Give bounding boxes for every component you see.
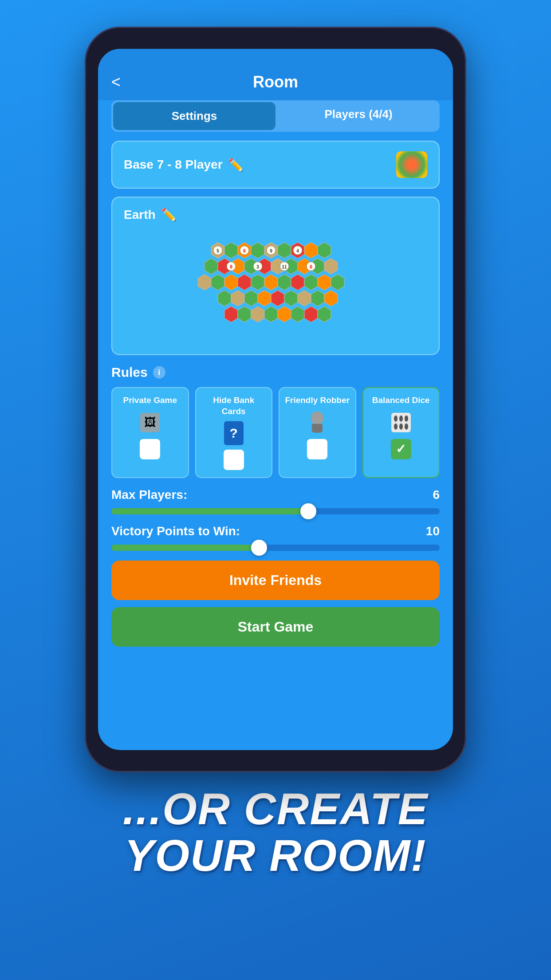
preset-title-text: Base 7 - 8 Player — [124, 158, 223, 172]
svg-marker-42 — [264, 306, 278, 322]
status-bar — [98, 49, 453, 68]
svg-marker-19 — [198, 274, 211, 290]
rule-friendly-robber-checkbox[interactable] — [307, 439, 327, 459]
rule-private-game[interactable]: Private Game 🖼 — [111, 387, 189, 478]
rule-hide-bank[interactable]: Hide Bank Cards ? — [195, 387, 273, 478]
svg-marker-41 — [251, 306, 264, 322]
max-players-value: 6 — [433, 488, 440, 502]
svg-marker-9 — [205, 258, 218, 274]
dice-icon — [391, 413, 411, 432]
victory-points-thumb[interactable] — [251, 540, 267, 556]
phone-frame: < Room Settings Players (4/4) Base 7 - 8… — [85, 27, 466, 772]
rule-balanced-dice-icon-area — [389, 411, 413, 435]
svg-marker-28 — [318, 274, 331, 290]
preset-card[interactable]: Base 7 - 8 Player ✏️ — [111, 141, 440, 189]
tab-bar: Settings Players (4/4) — [111, 100, 440, 132]
svg-marker-35 — [284, 290, 298, 306]
preset-edit-icon[interactable]: ✏️ — [228, 158, 244, 172]
svg-text:3: 3 — [256, 265, 259, 269]
victory-points-track[interactable] — [111, 545, 440, 551]
back-button[interactable]: < — [111, 73, 121, 91]
svg-marker-8 — [318, 242, 331, 258]
svg-marker-18 — [324, 258, 338, 274]
svg-marker-7 — [304, 242, 318, 258]
svg-text:6: 6 — [243, 249, 246, 253]
svg-text:4: 4 — [296, 249, 299, 253]
victory-points-fill — [111, 545, 259, 551]
rule-balanced-dice[interactable]: Balanced Dice ✓ — [362, 387, 440, 478]
max-players-label: Max Players: — [111, 488, 187, 502]
svg-marker-23 — [251, 274, 264, 290]
victory-points-label-row: Victory Points to Win: 10 — [111, 524, 440, 538]
tab-settings[interactable]: Settings — [113, 102, 276, 130]
checkmark-icon: ✓ — [396, 442, 406, 456]
svg-marker-22 — [238, 274, 251, 290]
invite-friends-button[interactable]: Invite Friends — [111, 561, 440, 600]
rule-private-game-icon-area: 🖼 — [138, 411, 162, 435]
svg-text:9: 9 — [270, 249, 272, 253]
svg-marker-1 — [224, 242, 238, 258]
svg-marker-26 — [291, 274, 304, 290]
map-preview: 5 6 9 4 8 3 11 6 — [124, 229, 427, 344]
max-players-fill — [111, 508, 308, 514]
svg-marker-29 — [331, 274, 344, 290]
svg-text:11: 11 — [282, 265, 287, 269]
svg-marker-40 — [238, 306, 251, 322]
question-card-icon: ? — [224, 421, 244, 445]
svg-text:5: 5 — [216, 249, 219, 253]
start-game-button[interactable]: Start Game — [111, 607, 440, 647]
svg-marker-20 — [211, 274, 224, 290]
header: < Room — [98, 68, 453, 100]
rules-info-icon[interactable]: i — [153, 366, 165, 379]
max-players-thumb[interactable] — [300, 503, 316, 519]
tagline-line1: ...or create — [123, 786, 429, 832]
svg-marker-5 — [278, 242, 291, 258]
svg-marker-44 — [291, 306, 304, 322]
rule-balanced-dice-label: Balanced Dice — [372, 395, 430, 406]
rule-balanced-dice-checkbox[interactable]: ✓ — [391, 439, 411, 459]
rules-title: Rules i — [111, 365, 440, 380]
victory-points-section: Victory Points to Win: 10 — [111, 524, 440, 551]
rules-grid: Private Game 🖼 Hide Bank Cards ? — [111, 387, 440, 478]
svg-marker-21 — [224, 274, 238, 290]
tagline-line2: your room! — [123, 832, 429, 879]
victory-points-value: 10 — [426, 524, 440, 538]
phone-notch — [231, 33, 320, 46]
phone-screen: < Room Settings Players (4/4) Base 7 - 8… — [98, 49, 453, 750]
preset-title: Base 7 - 8 Player ✏️ — [124, 158, 244, 172]
svg-marker-36 — [298, 290, 311, 306]
rule-friendly-robber[interactable]: Friendly Robber — [279, 387, 356, 478]
rule-friendly-robber-label: Friendly Robber — [285, 395, 350, 406]
svg-marker-37 — [311, 290, 324, 306]
svg-marker-24 — [264, 274, 278, 290]
max-players-track[interactable] — [111, 508, 440, 514]
rule-hide-bank-checkbox[interactable] — [224, 450, 244, 470]
max-players-section: Max Players: 6 — [111, 488, 440, 514]
svg-marker-30 — [218, 290, 231, 306]
svg-text:6: 6 — [310, 265, 312, 269]
svg-marker-43 — [278, 306, 291, 322]
photo-icon: 🖼 — [140, 413, 160, 432]
map-title-text: Earth — [124, 208, 156, 222]
svg-marker-25 — [278, 274, 291, 290]
tab-players[interactable]: Players (4/4) — [277, 100, 440, 132]
svg-marker-45 — [304, 306, 318, 322]
rule-friendly-robber-icon-area — [305, 411, 329, 435]
map-card: Earth ✏️ — [111, 197, 440, 355]
max-players-label-row: Max Players: 6 — [111, 488, 440, 502]
map-edit-icon[interactable]: ✏️ — [161, 207, 177, 222]
content-area: Base 7 - 8 Player ✏️ Earth ✏️ — [98, 141, 453, 750]
preset-thumbnail — [396, 151, 427, 178]
rule-private-game-label: Private Game — [123, 395, 177, 406]
hex-map-svg: 5 6 9 4 8 3 11 6 — [173, 233, 378, 340]
page-title: Room — [253, 73, 298, 91]
rules-title-text: Rules — [111, 365, 148, 380]
svg-marker-27 — [304, 274, 318, 290]
rule-private-game-checkbox[interactable] — [140, 439, 160, 459]
svg-marker-38 — [324, 290, 338, 306]
svg-marker-34 — [271, 290, 284, 306]
svg-text:8: 8 — [230, 265, 232, 269]
tagline: ...or create your room! — [105, 786, 446, 879]
map-title: Earth ✏️ — [124, 207, 427, 222]
victory-points-label: Victory Points to Win: — [111, 524, 240, 538]
